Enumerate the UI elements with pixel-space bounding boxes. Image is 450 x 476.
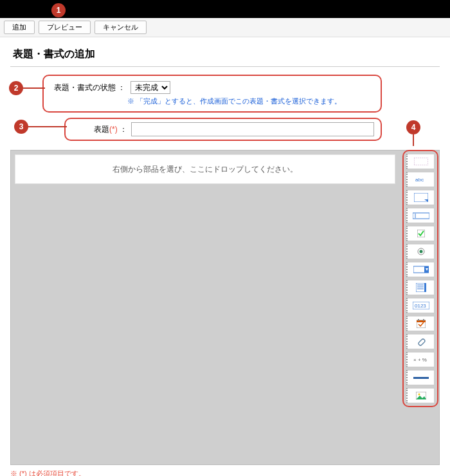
- callout-3-line: [28, 126, 67, 127]
- svg-text:0123: 0123: [415, 303, 426, 309]
- svg-point-24: [418, 394, 420, 396]
- title-input[interactable]: [131, 122, 374, 136]
- radio-tool[interactable]: [406, 244, 435, 259]
- string-tool[interactable]: [406, 154, 435, 169]
- number-tool[interactable]: 0123: [406, 298, 435, 313]
- clip-icon: [417, 337, 426, 346]
- date-tool[interactable]: [406, 316, 435, 331]
- builder-canvas: 右側から部品を選び、ここにドロップしてください。: [10, 150, 440, 465]
- required-note: ※ (*) は必須項目です。: [10, 469, 440, 476]
- callout-4-line: [413, 134, 414, 146]
- image-icon: [416, 392, 426, 399]
- callout-2: 2: [9, 81, 23, 95]
- svg-text:abc: abc: [415, 177, 424, 183]
- callout-2-line: [23, 87, 45, 89]
- number-icon: 0123: [413, 302, 429, 309]
- add-button-top[interactable]: 追加: [4, 21, 35, 34]
- calc-icon: × + %: [413, 356, 429, 363]
- status-select[interactable]: 未完成: [130, 81, 170, 94]
- drop-hint: 右側から部品を選び、ここにドロップしてください。: [113, 164, 298, 175]
- status-box: 表題・書式の状態 ： 未完成 ※ 「完成」とすると、作成画面でこの表題・書式を選…: [42, 75, 382, 113]
- textarea-icon: [414, 193, 428, 202]
- status-label: 表題・書式の状態 ：: [54, 82, 125, 93]
- textfield-tool[interactable]: [406, 208, 435, 223]
- dropdown-icon: [413, 266, 429, 273]
- textfield-icon: [413, 212, 429, 219]
- calendar-icon: [417, 319, 426, 328]
- preview-button-top[interactable]: プレビュー: [39, 21, 91, 34]
- page-title: 表題・書式の追加: [10, 44, 440, 67]
- svg-rect-0: [414, 158, 428, 165]
- callout-4: 4: [406, 120, 420, 134]
- top-bar: 1: [0, 0, 450, 18]
- radio-icon: [417, 248, 425, 255]
- svg-rect-2: [414, 193, 428, 202]
- image-tool[interactable]: [406, 388, 435, 403]
- textarea-tool[interactable]: [406, 190, 435, 205]
- svg-rect-14: [424, 283, 426, 292]
- abc-icon: abc: [414, 176, 428, 183]
- svg-text:× + %: × + %: [413, 357, 427, 363]
- string-icon: [414, 158, 428, 165]
- content-area: 表題・書式の追加 2 表題・書式の状態 ： 未完成 ※ 「完成」とすると、作成画…: [0, 37, 450, 476]
- callout-1: 1: [51, 3, 66, 17]
- palette: abc: [406, 154, 435, 403]
- title-box: 表題(*) ：: [64, 118, 382, 141]
- checkbox-icon: [417, 230, 425, 237]
- svg-rect-19: [418, 319, 419, 321]
- builder-wrap: 右側から部品を選び、ここにドロップしてください。 abc: [10, 150, 440, 465]
- palette-box: abc: [402, 150, 438, 407]
- callout-3: 3: [14, 120, 28, 134]
- attachment-tool[interactable]: [406, 334, 435, 349]
- label-abc-tool[interactable]: abc: [406, 172, 435, 187]
- title-label: 表題(*) ：: [94, 124, 127, 135]
- svg-point-7: [419, 250, 422, 253]
- calc-tool[interactable]: × + %: [406, 352, 435, 367]
- svg-rect-22: [413, 377, 429, 379]
- dropdown-tool[interactable]: [406, 262, 435, 277]
- list-icon: [416, 283, 426, 292]
- cancel-button-top[interactable]: キャンセル: [94, 21, 147, 34]
- status-hint: ※ 「完成」とすると、作成画面でこの表題・書式を選択できます。: [127, 96, 373, 106]
- drop-area[interactable]: 右側から部品を選び、ここにドロップしてください。: [15, 154, 395, 184]
- svg-rect-20: [423, 319, 424, 321]
- separator-icon: [413, 376, 429, 380]
- separator-tool[interactable]: [406, 370, 435, 385]
- top-button-row: 追加 プレビュー キャンセル: [0, 18, 450, 37]
- checkbox-tool[interactable]: [406, 226, 435, 241]
- list-tool[interactable]: [406, 280, 435, 295]
